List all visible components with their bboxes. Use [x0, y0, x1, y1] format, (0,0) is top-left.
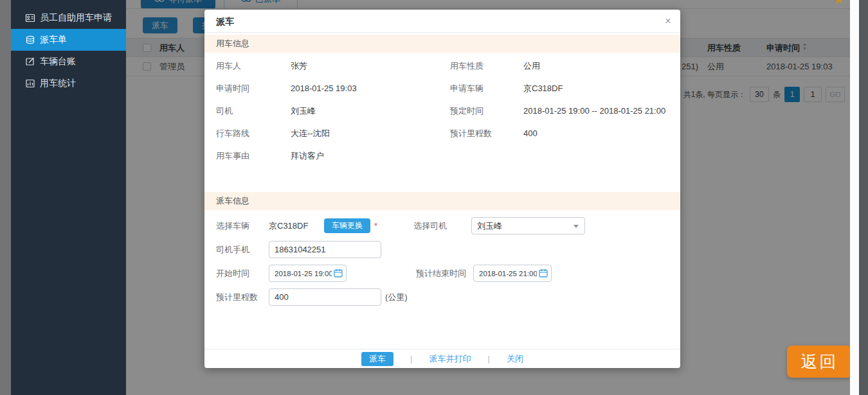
field-label: 司机 [216, 105, 291, 117]
mileage-input[interactable] [269, 288, 381, 306]
field-label: 用车人 [216, 60, 291, 72]
sidebar-item-label: 派车单 [40, 34, 67, 46]
info-row: 用车事由 拜访客户 [204, 145, 680, 167]
footer-separator: | [410, 354, 412, 364]
dispatch-submit-button[interactable]: 派车 [361, 352, 393, 366]
close-button[interactable]: 关闭 [507, 353, 523, 365]
field-value: 2018-01-25 19:03 [291, 83, 450, 93]
change-vehicle-button[interactable]: 车辆更换 [324, 218, 370, 233]
field-label: 用车性质 [450, 60, 523, 72]
ledger-edit-icon [25, 57, 35, 67]
usage-info-section-header: 用车信息 [204, 35, 680, 53]
field-value: 京C318DF [523, 83, 563, 94]
info-row: 司机 刘玉峰 预定时间 2018-01-25 19:00 -- 2018-01-… [204, 100, 680, 122]
sidebar-item-vehicle-ledger[interactable]: 车辆台账 [11, 51, 126, 73]
info-row: 用车人 张芳 用车性质 公用 [204, 55, 680, 77]
form-row-mileage: 预计里程数 (公里) [204, 285, 680, 309]
calendar-icon[interactable] [334, 268, 343, 277]
field-value: 刘玉峰 [291, 105, 450, 117]
id-card-icon [25, 13, 35, 23]
field-value: 2018-01-25 19:00 -- 2018-01-25 21:00 [523, 106, 665, 116]
sidebar: 员工自助用车申请 派车单 车辆台账 用车统计 [11, 0, 126, 395]
field-value: 400 [523, 128, 538, 138]
info-row: 行车路线 大连--沈阳 预计里程数 400 [204, 122, 680, 145]
field-value: 张芳 [291, 60, 450, 72]
phone-label: 司机手机 [216, 244, 269, 256]
stats-report-icon [25, 78, 35, 89]
driver-label: 选择司机 [413, 220, 471, 232]
driver-select[interactable]: 刘玉峰 [471, 217, 585, 234]
form-row-phone: 司机手机 [204, 238, 680, 261]
dispatch-and-print-button[interactable]: 派车并打印 [429, 353, 471, 365]
driver-selected-value: 刘玉峰 [477, 220, 502, 232]
mileage-unit: (公里) [385, 292, 408, 303]
modal-title: 派车 [216, 16, 234, 26]
field-label: 申请时间 [216, 83, 291, 94]
form-row-vehicle-driver: 选择车辆 京C318DF 车辆更换 * 选择司机 刘玉峰 [204, 214, 680, 238]
sidebar-item-label: 员工自助用车申请 [40, 12, 112, 24]
dispatch-form: 选择车辆 京C318DF 车辆更换 * 选择司机 刘玉峰 司机手机 开始时间 预… [204, 214, 680, 309]
field-value: 公用 [523, 60, 540, 72]
required-asterisk: * [374, 221, 379, 231]
end-time-label: 预计结束时间 [416, 268, 473, 279]
driver-phone-input[interactable] [269, 241, 381, 258]
field-label: 预定时间 [450, 105, 523, 117]
sidebar-item-usage-stats[interactable]: 用车统计 [11, 73, 126, 94]
field-label: 申请车辆 [450, 83, 523, 94]
favorite-star-icon: ★ [833, 0, 845, 7]
chevron-down-icon [574, 225, 579, 228]
field-value: 拜访客户 [291, 150, 324, 162]
field-label: 行车路线 [216, 128, 291, 139]
field-label: 预计里程数 [450, 128, 523, 139]
footer-separator: | [488, 354, 490, 364]
back-button[interactable]: 返回 [787, 346, 852, 378]
calendar-icon[interactable] [539, 268, 548, 277]
dispatch-sheet-icon [25, 35, 35, 45]
form-row-times: 开始时间 预计结束时间 [204, 261, 680, 285]
sidebar-item-label: 车辆台账 [40, 56, 76, 67]
scrollbar-strip[interactable] [859, 0, 868, 395]
sidebar-item-label: 用车统计 [40, 78, 76, 89]
info-row: 申请时间 2018-01-25 19:03 申请车辆 京C318DF [204, 77, 680, 100]
start-time-label: 开始时间 [216, 268, 269, 279]
dispatch-info-section-header: 派车信息 [204, 192, 680, 210]
modal-footer: 派车 | 派车并打印 | 关闭 [204, 349, 680, 368]
close-icon[interactable]: × [665, 10, 671, 33]
page-right-gutter [850, 0, 859, 395]
sidebar-item-self-service-request[interactable]: 员工自助用车申请 [11, 7, 126, 29]
sidebar-item-dispatch-sheet[interactable]: 派车单 [11, 29, 126, 51]
usage-info-grid: 用车人 张芳 用车性质 公用 申请时间 2018-01-25 19:03 申请车… [204, 55, 680, 167]
vehicle-value: 京C318DF [269, 220, 324, 232]
field-label: 用车事由 [216, 150, 291, 162]
mileage-label: 预计里程数 [216, 292, 269, 303]
modal-header: 派车 × [204, 10, 680, 33]
vehicle-label: 选择车辆 [216, 220, 269, 232]
field-value: 大连--沈阳 [291, 128, 450, 139]
dispatch-modal: 派车 × 用车信息 用车人 张芳 用车性质 公用 申请时间 2018-01-25… [204, 10, 680, 368]
